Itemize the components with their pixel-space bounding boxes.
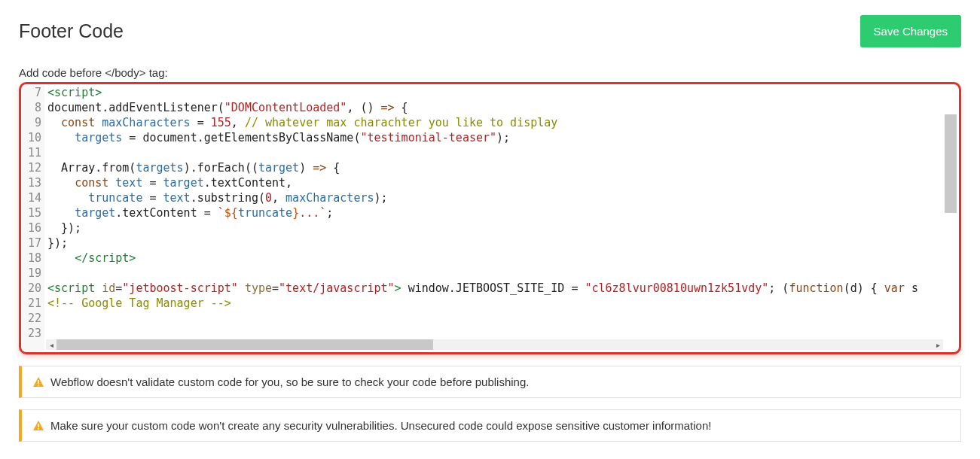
code-area[interactable]: <script>document.addEventListener("DOMCo…	[44, 85, 958, 351]
code-line[interactable]: const text = target.textContent,	[47, 175, 958, 190]
code-line[interactable]: <!-- Google Tag Manager -->	[47, 296, 958, 311]
line-number: 17	[22, 236, 41, 251]
code-line[interactable]	[47, 145, 958, 160]
line-number: 12	[22, 160, 41, 175]
line-number: 20	[22, 281, 41, 296]
vertical-scrollbar-thumb[interactable]	[945, 114, 957, 213]
alert-security: Make sure your custom code won't create …	[19, 409, 961, 442]
warning-icon	[32, 420, 44, 432]
page-title: Footer Code	[19, 20, 124, 42]
code-line[interactable]: document.addEventListener("DOMContentLoa…	[47, 100, 958, 115]
svg-rect-3	[38, 428, 39, 430]
line-number: 23	[22, 326, 41, 341]
line-number: 14	[22, 190, 41, 205]
line-number-gutter: 7891011121314151617181920212223	[22, 85, 44, 351]
code-line[interactable]: });	[47, 220, 958, 236]
line-number: 13	[22, 175, 41, 190]
line-number: 22	[22, 311, 41, 326]
code-line[interactable]	[47, 311, 958, 326]
code-line[interactable]: <script>	[47, 85, 958, 100]
header-row: Footer Code Save Changes	[19, 15, 961, 47]
horizontal-scrollbar[interactable]: ◂ ▸	[46, 339, 943, 350]
line-number: 7	[22, 85, 41, 100]
code-line[interactable]	[47, 326, 958, 341]
code-line[interactable]: Array.from(targets).forEach((target) => …	[47, 160, 958, 175]
footer-code-editor[interactable]: 7891011121314151617181920212223 <script>…	[19, 82, 961, 354]
alert-text: Webflow doesn't validate custom code for…	[50, 375, 529, 388]
line-number: 10	[22, 130, 41, 145]
horizontal-scrollbar-track[interactable]	[56, 339, 933, 350]
line-number: 19	[22, 266, 41, 281]
code-line[interactable]: });	[47, 236, 958, 251]
code-line[interactable]: targets = document.getElementsByClassNam…	[47, 130, 958, 145]
line-number: 18	[22, 251, 41, 266]
code-line[interactable]: </script>	[47, 251, 958, 266]
horizontal-scrollbar-thumb[interactable]	[56, 339, 433, 350]
code-line[interactable]: <script id="jetboost-script" type="text/…	[47, 281, 958, 296]
warning-icon	[32, 376, 44, 388]
svg-rect-0	[38, 380, 39, 384]
line-number: 16	[22, 220, 41, 236]
svg-rect-1	[38, 385, 39, 386]
scroll-left-arrow-icon[interactable]: ◂	[46, 339, 56, 350]
save-changes-button[interactable]: Save Changes	[860, 15, 961, 47]
scroll-right-arrow-icon[interactable]: ▸	[933, 339, 943, 350]
alert-validate: Webflow doesn't validate custom code for…	[19, 366, 961, 398]
line-number: 9	[22, 115, 41, 130]
alert-text: Make sure your custom code won't create …	[50, 419, 711, 432]
line-number: 15	[22, 205, 41, 220]
line-number: 21	[22, 296, 41, 311]
code-line[interactable]: target.textContent = `${truncate}...`;	[47, 205, 958, 220]
svg-rect-2	[38, 424, 39, 427]
editor-label: Add code before </body> tag:	[19, 66, 961, 79]
line-number: 8	[22, 100, 41, 115]
code-line[interactable]: const maxCharacters = 155, // whatever m…	[47, 115, 958, 130]
line-number: 11	[22, 145, 41, 160]
code-line[interactable]	[47, 266, 958, 281]
code-line[interactable]: truncate = text.substring(0, maxCharacte…	[47, 190, 958, 205]
